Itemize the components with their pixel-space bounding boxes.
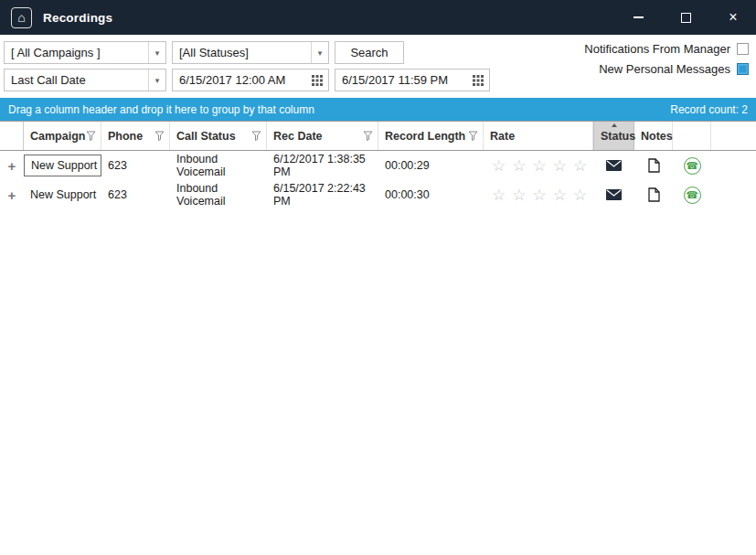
column-label: Rate	[490, 130, 588, 143]
cell-call-status[interactable]: Inbound Voicemail	[170, 151, 267, 180]
column-header-actions	[673, 122, 711, 150]
star-icon[interactable]: ☆	[512, 186, 526, 205]
column-header-call-status[interactable]: Call Status	[170, 122, 267, 150]
cell-rec-date[interactable]: 6/12/2017 1:38:35 PM	[267, 151, 378, 180]
cell-status[interactable]	[593, 151, 634, 180]
titlebar: ⌂ Recordings ×	[0, 0, 756, 35]
date-picker-grid-icon[interactable]	[473, 75, 484, 86]
star-icon[interactable]: ☆	[512, 156, 526, 176]
close-icon: ×	[729, 10, 737, 25]
phone-icon[interactable]: ☎	[684, 187, 701, 204]
star-icon[interactable]: ☆	[573, 186, 587, 205]
column-label: Campaign	[30, 130, 86, 143]
column-header-rate[interactable]: Rate	[484, 122, 593, 150]
new-personal-messages-checkbox[interactable]	[737, 63, 749, 75]
cell-status[interactable]	[593, 180, 634, 209]
envelope-icon[interactable]	[606, 160, 622, 171]
search-button[interactable]: Search	[335, 41, 404, 64]
table-row[interactable]: + New Support 623 Inbound Voicemail 6/15…	[0, 180, 756, 209]
sort-by-dropdown[interactable]: Last Call Date ▾	[4, 69, 166, 91]
new-personal-messages-option: New Personal Messages	[599, 62, 749, 76]
cell-filler	[711, 180, 756, 209]
star-icon[interactable]: ☆	[533, 156, 547, 176]
column-label: Phone	[108, 130, 154, 143]
column-label: Record Length	[385, 130, 468, 143]
toolbar-row-2: Last Call Date ▾ 6/15/2017 12:00 AM 6/15…	[4, 69, 490, 91]
note-document-icon[interactable]	[648, 158, 660, 173]
maximize-button[interactable]	[674, 5, 697, 29]
cell-record-length[interactable]: 00:00:29	[378, 151, 484, 180]
filter-icon[interactable]	[468, 131, 478, 141]
cell-campaign[interactable]: New Support	[24, 180, 101, 209]
star-icon[interactable]: ☆	[492, 186, 506, 205]
star-icon[interactable]: ☆	[492, 156, 506, 176]
column-header-phone[interactable]: Phone	[101, 122, 170, 150]
filter-icon[interactable]	[86, 131, 96, 141]
star-icon[interactable]: ☆	[573, 156, 587, 176]
cell-rating: ☆ ☆ ☆ ☆ ☆	[484, 180, 593, 209]
sort-ascending-icon	[612, 123, 617, 127]
cell-notes[interactable]	[634, 151, 673, 180]
cell-phone[interactable]: 623	[101, 151, 170, 180]
filter-icon[interactable]	[154, 131, 165, 141]
date-to-field[interactable]: 6/15/2017 11:59 PM	[335, 69, 490, 91]
grid-header: Campaign Phone Call Status Rec Date Reco…	[0, 121, 756, 151]
chevron-down-icon[interactable]: ▾	[148, 42, 165, 63]
statuses-dropdown-value: [All Statuses]	[173, 46, 249, 59]
minimize-button[interactable]	[626, 5, 650, 29]
column-label: Call Status	[176, 130, 251, 143]
expander-column-header	[0, 122, 24, 150]
window-controls: ×	[602, 5, 745, 29]
filter-icon[interactable]	[363, 131, 373, 141]
chevron-down-icon[interactable]: ▾	[311, 42, 328, 63]
table-row[interactable]: + New Support 623 Inbound Voicemail 6/12…	[0, 151, 756, 180]
campaigns-dropdown[interactable]: [ All Campaigns ] ▾	[4, 41, 166, 64]
date-from-value: 6/15/2017 12:00 AM	[179, 73, 285, 87]
cell-call-action[interactable]: ☎	[673, 151, 711, 180]
row-expander[interactable]: +	[0, 151, 24, 180]
column-header-record-length[interactable]: Record Length	[378, 122, 484, 150]
cell-rec-date[interactable]: 6/15/2017 2:22:43 PM	[267, 180, 378, 209]
page-title: Recordings	[43, 11, 112, 25]
phone-icon[interactable]: ☎	[684, 157, 701, 175]
cell-phone[interactable]: 623	[101, 180, 170, 209]
close-button[interactable]: ×	[721, 5, 745, 29]
column-label: Notes	[641, 130, 673, 143]
notifications-from-manager-option: Notifications From Manager	[584, 42, 749, 56]
cell-filler	[711, 151, 756, 180]
star-icon[interactable]: ☆	[553, 156, 567, 176]
filter-toolbar: [ All Campaigns ] ▾ [All Statuses] ▾ Sea…	[0, 35, 756, 98]
star-icon[interactable]: ☆	[533, 186, 547, 205]
statuses-dropdown[interactable]: [All Statuses] ▾	[172, 41, 329, 64]
home-button[interactable]: ⌂	[11, 7, 32, 28]
note-document-icon[interactable]	[648, 187, 660, 202]
star-icon[interactable]: ☆	[553, 186, 567, 205]
column-header-notes[interactable]: Notes	[634, 122, 673, 150]
column-header-status[interactable]: Status	[593, 122, 634, 150]
home-icon: ⌂	[17, 10, 25, 25]
cell-campaign[interactable]: New Support	[24, 155, 101, 176]
chevron-down-icon[interactable]: ▾	[148, 69, 165, 91]
date-from-field[interactable]: 6/15/2017 12:00 AM	[172, 69, 329, 91]
record-length-value: 00:00:30	[385, 188, 430, 201]
row-expander[interactable]: +	[0, 180, 24, 209]
column-header-rec-date[interactable]: Rec Date	[267, 122, 378, 150]
new-personal-messages-label: New Personal Messages	[599, 62, 730, 76]
group-by-drop-zone[interactable]: Drag a column header and drop it here to…	[0, 98, 756, 121]
filter-icon[interactable]	[251, 131, 261, 141]
notifications-from-manager-checkbox[interactable]	[737, 43, 749, 55]
cell-notes[interactable]	[634, 180, 673, 209]
phone-glyph: ☎	[686, 160, 698, 172]
column-header-filler	[711, 122, 756, 150]
cell-call-status[interactable]: Inbound Voicemail	[170, 180, 267, 209]
rec-date-value: 6/15/2017 2:22:43 PM	[273, 182, 378, 208]
envelope-icon[interactable]	[606, 189, 622, 200]
cell-call-action[interactable]: ☎	[673, 180, 711, 209]
date-to-value: 6/15/2017 11:59 PM	[342, 73, 448, 87]
call-status-value: Inbound Voicemail	[176, 153, 267, 178]
cell-record-length[interactable]: 00:00:30	[378, 180, 484, 209]
date-picker-grid-icon[interactable]	[312, 75, 323, 86]
sort-by-dropdown-value: Last Call Date	[5, 73, 86, 87]
column-header-campaign[interactable]: Campaign	[24, 122, 101, 150]
campaign-value: New Support	[31, 159, 97, 172]
